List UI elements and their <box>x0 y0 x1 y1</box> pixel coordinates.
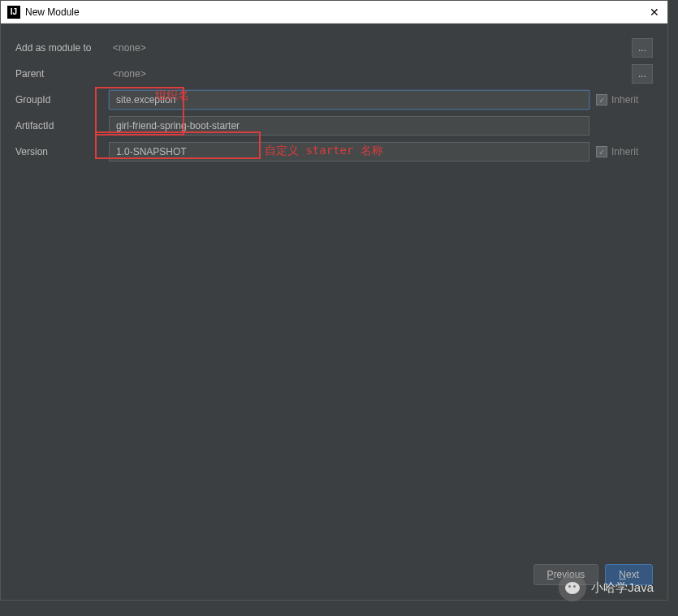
add-as-module-to-value: <none> <box>109 42 146 54</box>
watermark-text: 小哈学Java <box>591 580 654 596</box>
groupid-label: GroupId <box>15 94 109 106</box>
artifactid-row: ArtifactId <box>15 116 653 136</box>
add-as-module-to-browse-button[interactable]: ... <box>632 38 653 58</box>
version-inherit-label: Inherit <box>611 146 638 157</box>
parent-label: Parent <box>15 68 109 80</box>
window-title: New Module <box>25 6 648 18</box>
version-inherit-checkbox[interactable] <box>596 146 607 157</box>
groupid-inherit-checkbox[interactable] <box>596 94 607 106</box>
groupid-annotation-text: 组织名 <box>155 88 189 103</box>
titlebar: IJ New Module ✕ <box>1 1 667 24</box>
artifactid-input[interactable] <box>109 116 589 136</box>
watermark: 小哈学Java <box>559 574 654 601</box>
dialog-body: Add as module to <none> ... Parent <none… <box>1 24 667 600</box>
artifactid-label: ArtifactId <box>15 120 109 131</box>
parent-value: <none> <box>109 68 146 80</box>
parent-browse-button[interactable]: ... <box>632 64 653 84</box>
version-label: Version <box>15 146 109 157</box>
close-icon[interactable]: ✕ <box>648 6 661 19</box>
new-module-dialog: IJ New Module ✕ Add as module to <none> … <box>0 0 668 601</box>
parent-row: Parent <none> ... <box>15 64 653 84</box>
groupid-inherit-label: Inherit <box>611 94 638 106</box>
groupid-row: GroupId Inherit <box>15 90 653 110</box>
add-as-module-to-row: Add as module to <none> ... <box>15 38 653 58</box>
add-as-module-to-label: Add as module to <box>15 42 109 54</box>
wechat-icon <box>559 574 586 601</box>
artifactid-annotation-text: 自定义 starter 名称 <box>265 144 383 158</box>
app-icon: IJ <box>7 6 20 19</box>
